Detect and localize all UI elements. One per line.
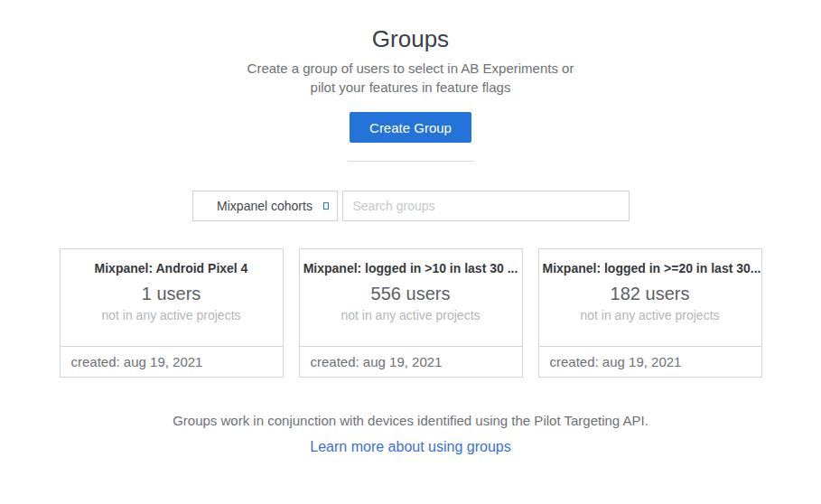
page-subtitle-line2: pilot your features in feature flags bbox=[247, 78, 574, 97]
group-cards-row: Mixpanel: Android Pixel 4 1 users not in… bbox=[60, 248, 762, 378]
filter-controls: Mixpanel cohorts bbox=[192, 191, 630, 221]
group-created-footer: created: aug 19, 2021 bbox=[61, 346, 283, 377]
learn-more-link[interactable]: Learn more about using groups bbox=[310, 439, 510, 455]
group-created-footer: created: aug 19, 2021 bbox=[300, 346, 522, 377]
group-status: not in any active projects bbox=[539, 308, 761, 322]
group-user-count: 182 users bbox=[539, 284, 761, 304]
search-groups-input[interactable] bbox=[342, 191, 630, 221]
group-title: Mixpanel: logged in >=20 in last 30... bbox=[539, 261, 761, 275]
group-user-count: 556 users bbox=[300, 284, 522, 304]
page-subtitle: Create a group of users to select in AB … bbox=[247, 59, 574, 97]
group-card-body: Mixpanel: Android Pixel 4 1 users not in… bbox=[61, 249, 283, 346]
pilot-api-info-text: Groups work in conjunction with devices … bbox=[173, 413, 648, 428]
group-status: not in any active projects bbox=[61, 308, 283, 322]
divider bbox=[348, 161, 474, 162]
group-card[interactable]: Mixpanel: logged in >10 in last 30 ... 5… bbox=[299, 248, 523, 378]
group-status: not in any active projects bbox=[300, 308, 522, 322]
group-created-date: created: aug 19, 2021 bbox=[311, 354, 443, 369]
group-created-date: created: aug 19, 2021 bbox=[71, 354, 203, 369]
dropdown-box-icon bbox=[323, 202, 329, 210]
group-card[interactable]: Mixpanel: logged in >=20 in last 30... 1… bbox=[538, 248, 762, 378]
cohort-source-select-value: Mixpanel cohorts bbox=[217, 199, 313, 213]
group-title: Mixpanel: logged in >10 in last 30 ... bbox=[300, 261, 522, 275]
group-card-body: Mixpanel: logged in >=20 in last 30... 1… bbox=[539, 249, 761, 346]
group-title: Mixpanel: Android Pixel 4 bbox=[61, 261, 283, 275]
group-card-body: Mixpanel: logged in >10 in last 30 ... 5… bbox=[300, 249, 522, 346]
groups-page: Groups Create a group of users to select… bbox=[0, 0, 821, 504]
group-created-date: created: aug 19, 2021 bbox=[550, 354, 682, 369]
create-group-button[interactable]: Create Group bbox=[350, 112, 471, 143]
page-title: Groups bbox=[372, 25, 449, 53]
page-subtitle-line1: Create a group of users to select in AB … bbox=[247, 59, 574, 78]
group-created-footer: created: aug 19, 2021 bbox=[539, 346, 761, 377]
group-card[interactable]: Mixpanel: Android Pixel 4 1 users not in… bbox=[60, 248, 284, 378]
group-user-count: 1 users bbox=[61, 284, 283, 304]
cohort-source-select[interactable]: Mixpanel cohorts bbox=[192, 191, 338, 221]
